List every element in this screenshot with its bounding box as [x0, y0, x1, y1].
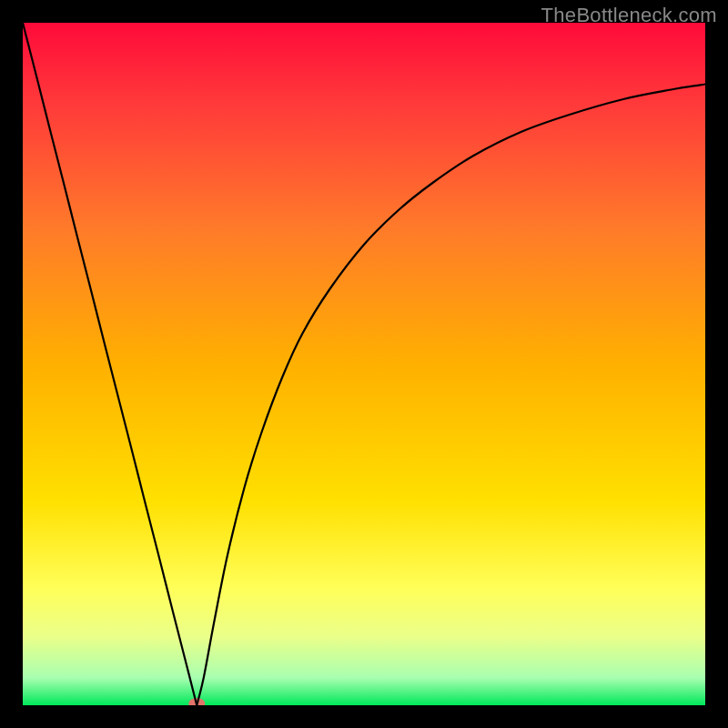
plot-area	[23, 23, 705, 705]
chart-frame: TheBottleneck.com	[0, 0, 728, 728]
watermark-text: TheBottleneck.com	[541, 4, 717, 27]
gradient-background	[23, 23, 705, 705]
bottleneck-chart	[23, 23, 705, 705]
